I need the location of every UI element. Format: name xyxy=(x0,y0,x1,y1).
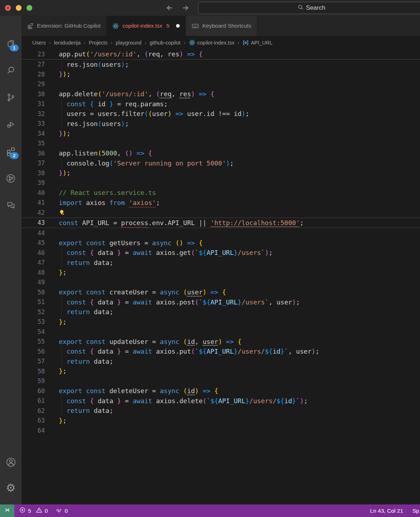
line-number[interactable]: 28 xyxy=(22,71,45,78)
code-line[interactable]: 45export const getUsers = async () => { xyxy=(22,238,420,248)
breadcrumb-item-copilot-index-tsx[interactable]: copilot-index.tsx xyxy=(189,39,235,46)
breadcrumb-item-leniduderija[interactable]: leniduderija xyxy=(54,40,81,46)
code-line[interactable]: 31 const { id } = req.params; xyxy=(22,99,420,109)
code-line[interactable]: 46 const { data } = await axios.get(`${A… xyxy=(22,248,420,258)
code-line[interactable]: 58}; xyxy=(22,366,420,376)
code-line[interactable]: 63}; xyxy=(22,416,420,426)
code-line[interactable]: 34}); xyxy=(22,129,420,139)
problems-status[interactable]: 5 0 xyxy=(19,507,48,515)
code-line[interactable]: 38}); xyxy=(22,168,420,178)
close-window-button[interactable] xyxy=(5,5,11,11)
line-number[interactable]: 39 xyxy=(22,179,45,186)
line-number[interactable]: 50 xyxy=(22,289,45,296)
code-line[interactable]: 59 xyxy=(22,376,420,386)
breadcrumb-item-projects[interactable]: Projects xyxy=(89,40,107,46)
code-line[interactable]: 51 const { data } = await axios.post(`${… xyxy=(22,297,420,307)
code-line[interactable]: 43const API_URL = process.env.API_URL ||… xyxy=(22,218,420,228)
code-line[interactable]: 48}; xyxy=(22,267,420,278)
line-number[interactable]: 54 xyxy=(22,328,45,335)
ports-status[interactable]: 0 xyxy=(56,507,68,515)
code-line[interactable]: 62 return data; xyxy=(22,406,420,416)
breadcrumb-item-playground[interactable]: playground xyxy=(115,40,141,46)
search-input[interactable]: Search xyxy=(198,2,420,14)
tab-keyboard-shortcuts[interactable]: Keyboard Shortcuts xyxy=(186,16,257,36)
sticky-scroll-line[interactable]: 23app.put('/users/:id', (req, res) => { xyxy=(22,49,420,60)
code-line[interactable]: 53}; xyxy=(22,317,420,327)
code-editor[interactable]: 23app.put('/users/:id', (req, res) => {2… xyxy=(22,49,420,504)
back-icon[interactable] xyxy=(166,4,174,12)
code-line[interactable]: 44 xyxy=(22,228,420,238)
line-number[interactable]: 45 xyxy=(22,239,45,246)
line-number[interactable]: 37 xyxy=(22,159,45,167)
code-line[interactable]: 56 const { data } = await axios.put(`${A… xyxy=(22,346,420,357)
line-number[interactable]: 35 xyxy=(22,140,45,147)
code-line[interactable]: 52 return data; xyxy=(22,307,420,317)
activity-item-settings[interactable]: ⚙ xyxy=(0,475,22,501)
line-number[interactable]: 63 xyxy=(22,417,45,424)
line-number[interactable]: 43 xyxy=(22,219,45,226)
line-number[interactable]: 49 xyxy=(22,279,45,286)
code-line[interactable]: 55export const updateUser = async (id, u… xyxy=(22,337,420,347)
breadcrumb-item-users[interactable]: Users xyxy=(32,40,46,46)
minimize-window-button[interactable] xyxy=(16,5,22,11)
line-number[interactable]: 61 xyxy=(22,397,45,404)
breadcrumb-item-github-copilot[interactable]: github-copilot xyxy=(150,40,180,46)
line-number[interactable]: 48 xyxy=(22,269,45,276)
maximize-window-button[interactable] xyxy=(27,5,32,11)
code-line[interactable]: 50export const createUser = async (user)… xyxy=(22,287,420,297)
activity-item-source-control[interactable] xyxy=(0,84,22,111)
remote-indicator[interactable] xyxy=(0,504,14,517)
line-number[interactable]: 46 xyxy=(22,249,45,256)
indentation-status[interactable]: Sp xyxy=(412,508,419,514)
line-number[interactable]: 59 xyxy=(22,377,45,385)
line-number[interactable]: 44 xyxy=(22,229,45,237)
code-line[interactable]: 28}); xyxy=(22,69,420,79)
activity-item-account[interactable] xyxy=(0,449,22,475)
line-number[interactable]: 29 xyxy=(22,80,45,88)
line-number[interactable]: 40 xyxy=(22,189,45,196)
activity-item-explorer[interactable]: 1 xyxy=(0,30,22,57)
code-line[interactable]: 32 users = users.filter((user) => user.i… xyxy=(22,109,420,119)
line-number[interactable]: 42 xyxy=(22,209,45,216)
code-line[interactable]: 61 const { data } = await axios.delete(`… xyxy=(22,396,420,406)
line-number[interactable]: 47 xyxy=(22,259,45,266)
code-line[interactable]: 37 console.log('Server running on port 5… xyxy=(22,158,420,168)
code-line[interactable]: 54 xyxy=(22,327,420,337)
code-line[interactable]: 47 return data; xyxy=(22,258,420,268)
code-line[interactable]: 42 xyxy=(22,208,420,218)
activity-item-comments[interactable] xyxy=(0,192,22,219)
breadcrumb-item-api-url[interactable]: API_URL xyxy=(242,39,272,46)
activity-item-run-debug[interactable] xyxy=(0,111,22,138)
code-line[interactable]: 29 xyxy=(22,79,420,89)
code-line[interactable]: 49 xyxy=(22,278,420,288)
line-number[interactable]: 58 xyxy=(22,368,45,375)
line-number[interactable]: 51 xyxy=(22,298,45,306)
cursor-position[interactable]: Ln 43, Col 21 xyxy=(370,508,403,514)
code-line[interactable]: 64 xyxy=(22,425,420,436)
code-line[interactable]: 40// React users.service.ts xyxy=(22,188,420,198)
line-number[interactable]: 27 xyxy=(22,61,45,68)
code-line[interactable]: 27 res.json(users); xyxy=(22,60,420,70)
tab-extension-github-copilot[interactable]: Extension: GitHub Copilot xyxy=(22,16,107,36)
dirty-indicator-icon[interactable] xyxy=(176,24,180,28)
activity-item-extensions[interactable]: 2 xyxy=(0,138,22,165)
activity-item-source-control-graph[interactable] xyxy=(0,165,22,192)
line-number[interactable]: 57 xyxy=(22,358,45,365)
tab-copilot-index[interactable]: copilot-index.tsx5 xyxy=(107,16,186,36)
code-line[interactable]: 41import axios from 'axios'; xyxy=(22,198,420,208)
forward-icon[interactable] xyxy=(181,4,189,12)
line-number[interactable]: 55 xyxy=(22,338,45,345)
line-number[interactable]: 38 xyxy=(22,169,45,177)
line-number[interactable]: 60 xyxy=(22,387,45,395)
code-line[interactable]: 60export const deleteUser = async (id) =… xyxy=(22,386,420,396)
code-line[interactable]: 39 xyxy=(22,178,420,188)
line-number[interactable]: 53 xyxy=(22,318,45,325)
line-number[interactable]: 64 xyxy=(22,427,45,434)
line-number[interactable]: 36 xyxy=(22,150,45,157)
code-line[interactable]: 35 xyxy=(22,139,420,149)
lightbulb-icon[interactable] xyxy=(59,209,66,216)
line-number[interactable]: 30 xyxy=(22,90,45,98)
line-number[interactable]: 62 xyxy=(22,407,45,414)
code-line[interactable]: 33 res.json(users); xyxy=(22,119,420,129)
line-number[interactable]: 23 xyxy=(22,51,45,58)
